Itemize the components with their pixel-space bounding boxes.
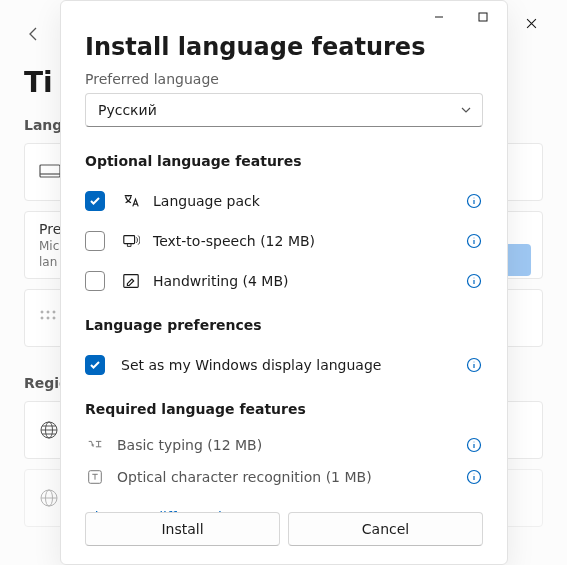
feature-row-handwriting: Handwriting (4 MB) [85,261,483,301]
display-language-label: Set as my Windows display language [121,357,381,373]
ocr-label: Optical character recognition (1 MB) [117,469,372,485]
svg-point-5 [47,317,49,319]
install-language-dialog: Install language features Preferred lang… [60,0,508,565]
chevron-down-icon [460,103,472,119]
basic-typing-icon [85,435,105,455]
back-icon [24,24,44,44]
svg-point-4 [41,317,43,319]
language-preferences-heading: Language preferences [85,317,483,333]
cancel-button[interactable]: Cancel [288,512,483,546]
preferred-language-value: Русский [98,102,157,118]
handwriting-checkbox[interactable] [85,271,105,291]
window-close-button[interactable] [509,8,553,38]
pref-row-display-language: Set as my Windows display language [85,345,483,385]
tts-icon [121,231,141,251]
svg-rect-0 [40,165,60,177]
display-language-checkbox[interactable] [85,355,105,375]
dialog-footer: Install Cancel [61,512,507,564]
language-pack-info-icon[interactable] [465,192,483,210]
feature-row-language-pack: Language pack [85,181,483,221]
tts-info-icon[interactable] [465,232,483,250]
svg-point-6 [53,317,55,319]
dialog-titlebar [61,1,507,33]
svg-rect-15 [124,275,138,288]
svg-point-1 [41,311,43,313]
handwriting-label: Handwriting (4 MB) [153,273,289,289]
ocr-icon [85,467,105,487]
handwriting-info-icon[interactable] [465,272,483,290]
preferred-language-select[interactable]: Русский [85,93,483,127]
feature-row-tts: Text-to-speech (12 MB) [85,221,483,261]
minimize-button[interactable] [417,2,461,32]
required-features-heading: Required language features [85,401,483,417]
basic-typing-label: Basic typing (12 MB) [117,437,262,453]
handwriting-icon [121,271,141,291]
required-row-ocr: Optical character recognition (1 MB) [85,461,483,493]
display-language-info-icon[interactable] [465,356,483,374]
optional-features-heading: Optional language features [85,153,483,169]
dialog-title: Install language features [85,33,483,61]
language-pack-checkbox[interactable] [85,191,105,211]
language-pack-icon [121,191,141,211]
svg-point-3 [53,311,55,313]
svg-rect-13 [124,236,135,244]
maximize-button[interactable] [461,2,505,32]
required-row-typing: Basic typing (12 MB) [85,429,483,461]
install-button[interactable]: Install [85,512,280,546]
bg-title-left: Ti [24,66,53,99]
svg-point-2 [47,311,49,313]
svg-rect-11 [479,13,487,21]
basic-typing-info-icon[interactable] [465,436,483,454]
tts-checkbox[interactable] [85,231,105,251]
preferred-language-label: Preferred language [85,71,483,87]
tts-label: Text-to-speech (12 MB) [153,233,315,249]
language-pack-label: Language pack [153,193,260,209]
ocr-info-icon[interactable] [465,468,483,486]
